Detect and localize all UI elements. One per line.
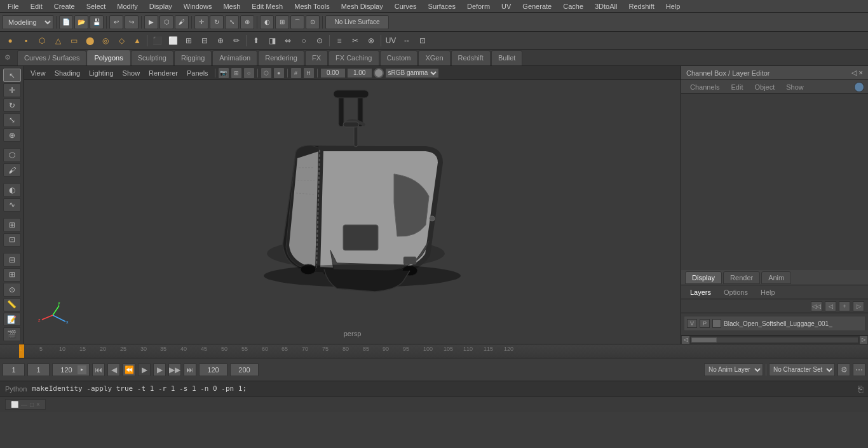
select-tool[interactable]: ▶ (144, 15, 158, 29)
tab-fx[interactable]: FX (305, 50, 328, 65)
snap-grid[interactable]: ⊞ (275, 15, 289, 29)
sphere-btn[interactable]: ● (3, 33, 18, 48)
menu-modify[interactable]: Modify (112, 1, 142, 11)
combine-btn[interactable]: ⊞ (181, 33, 196, 48)
cylinder-btn[interactable]: ⬡ (34, 33, 50, 48)
multi-cut[interactable]: ✂ (348, 33, 363, 48)
edge-loop[interactable]: ≡ (332, 33, 347, 48)
scroll-track[interactable] (691, 337, 858, 343)
cube-btn[interactable]: ▪ (18, 33, 34, 48)
plane-btn[interactable]: ▭ (66, 33, 81, 48)
timeline[interactable]: 1 5 10 15 20 25 30 35 40 45 50 55 60 65 … (0, 344, 868, 358)
tab-bullet[interactable]: Bullet (491, 50, 523, 65)
snap-curve[interactable]: ⌒ (290, 15, 304, 29)
tab-polygons[interactable]: Polygons (87, 50, 130, 65)
scale-tool[interactable]: ⤡ (225, 15, 239, 29)
layer-playback[interactable]: P (700, 319, 710, 328)
sub-tab-layers[interactable]: Layers (685, 287, 716, 297)
window-restore-btn[interactable]: □ (30, 401, 34, 408)
pb-settings-btn[interactable]: ⚙ (837, 363, 850, 376)
undo-btn[interactable]: ↩ (109, 15, 123, 29)
prism-btn[interactable]: ◇ (114, 33, 129, 48)
rotate-tool-left[interactable]: ↻ (3, 98, 21, 112)
layer-prev2-btn[interactable]: ◁ (825, 301, 836, 311)
menu-create[interactable]: Create (49, 1, 80, 11)
last-frame-btn[interactable]: ⏭ (184, 363, 196, 376)
layout-btn[interactable]: ⊡ (415, 33, 430, 48)
menu-file[interactable]: File (3, 1, 24, 11)
scroll-left-btn[interactable]: ◁ (681, 336, 690, 344)
rp-tab-render[interactable]: Render (723, 271, 760, 284)
rp-pin-btn[interactable]: × (859, 69, 863, 77)
menu-mesh-tools[interactable]: Mesh Tools (289, 1, 334, 11)
end-frame-badge[interactable]: ▸ (78, 365, 86, 374)
tab-redshift[interactable]: Redshift (451, 50, 491, 65)
uv-editor[interactable]: UV (383, 33, 398, 48)
snap-grid-l[interactable]: ⊞ (3, 268, 21, 282)
live-surface-btn[interactable]: No Live Surface (325, 15, 389, 29)
bridge-btn[interactable]: ⇔ (280, 33, 295, 48)
menu-deform[interactable]: Deform (462, 1, 495, 11)
show-manipulator[interactable]: ⊕ (3, 128, 21, 142)
rp-tab-anim[interactable]: Anim (761, 271, 791, 284)
menu-windows[interactable]: Windows (179, 1, 217, 11)
vp-menu-view[interactable]: View (27, 68, 50, 78)
paint-select[interactable]: 🖌 (175, 15, 189, 29)
separate-btn[interactable]: ⊟ (197, 33, 212, 48)
menu-redshift[interactable]: Redshift (623, 1, 659, 11)
wireframe-btn[interactable]: ⬡ (261, 67, 272, 79)
move-tool[interactable]: ✛ (194, 15, 208, 29)
sub-tab-help[interactable]: Help (756, 287, 780, 297)
unfold-btn[interactable]: ↔ (399, 33, 414, 48)
extrude-btn[interactable]: ⬆ (248, 33, 264, 48)
vp-menu-panels[interactable]: Panels (183, 68, 212, 78)
layer-next-btn[interactable]: ▷ (853, 301, 864, 311)
soft-mod[interactable]: ◐ (3, 183, 21, 196)
range-start-input[interactable] (199, 363, 227, 376)
python-copy-icon[interactable]: ⎘ (858, 384, 863, 394)
prev-key-btn[interactable]: ⏮ (92, 363, 105, 376)
window-item[interactable]: ⬜ — □ × (5, 399, 46, 410)
menu-cache[interactable]: Cache (558, 1, 588, 11)
window-close-btn[interactable]: × (36, 401, 40, 408)
tab-animation[interactable]: Animation (212, 50, 257, 65)
layer-add-btn[interactable]: + (839, 301, 850, 311)
measure-tool[interactable]: 📏 (3, 298, 21, 311)
current-frame-display[interactable] (27, 363, 50, 376)
pb-preferences-btn[interactable]: ⋯ (853, 363, 865, 376)
redo-btn[interactable]: ↪ (125, 15, 139, 29)
play-back-btn[interactable]: ⏪ (123, 363, 135, 376)
save-btn[interactable]: 💾 (90, 15, 104, 29)
hud-btn[interactable]: H (303, 67, 315, 79)
snap-point-l[interactable]: ⊙ (3, 283, 21, 296)
menu-surfaces[interactable]: Surfaces (423, 1, 461, 11)
menu-mesh-display[interactable]: Mesh Display (336, 1, 388, 11)
menu-uv[interactable]: UV (496, 1, 516, 11)
bevel-btn[interactable]: ◨ (264, 33, 280, 48)
scroll-right-btn[interactable]: ▷ (859, 336, 868, 344)
scroll-thumb[interactable] (691, 337, 717, 343)
new-scene-btn[interactable]: 📄 (59, 15, 73, 29)
annotation[interactable]: 📝 (3, 313, 21, 326)
tab-gear[interactable]: ⚙ (1, 51, 14, 64)
menu-curves[interactable]: Curves (390, 1, 422, 11)
cone-btn[interactable]: △ (50, 33, 65, 48)
subdiv-btn[interactable]: ⬛ (149, 33, 165, 48)
move-tool-left[interactable]: ✛ (3, 83, 21, 97)
pyramid-btn[interactable]: ▲ (130, 33, 145, 48)
tab-xgen[interactable]: XGen (418, 50, 450, 65)
next-frame-btn[interactable]: ▶ (153, 363, 166, 376)
rotate-tool[interactable]: ↻ (210, 15, 224, 29)
vp-menu-show[interactable]: Show (119, 68, 144, 78)
tab-sculpting[interactable]: Sculpting (131, 50, 173, 65)
range-end-input[interactable] (230, 363, 259, 376)
gamma-input[interactable] (347, 68, 372, 78)
quad-draw[interactable]: ✏ (229, 33, 244, 48)
attr-editor[interactable]: ⊡ (3, 233, 21, 247)
vp-menu-lighting[interactable]: Lighting (85, 68, 118, 78)
sculpt-tool[interactable]: ∿ (3, 198, 21, 212)
play-fwd-btn[interactable]: ▶ (138, 363, 151, 376)
rp-tab-display[interactable]: Display (685, 271, 722, 284)
tab-custom[interactable]: Custom (380, 50, 418, 65)
menu-display[interactable]: Display (144, 1, 177, 11)
